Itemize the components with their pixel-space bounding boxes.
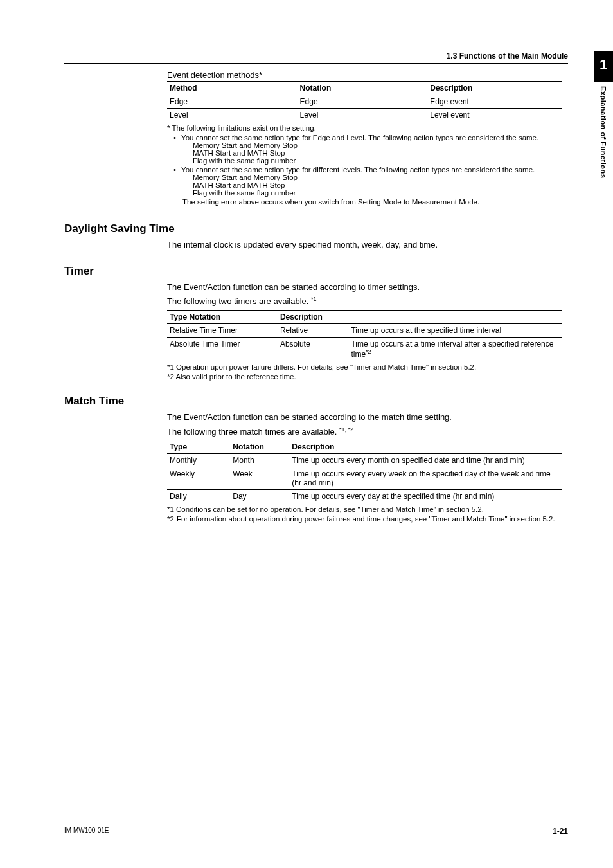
dst-heading: Daylight Saving Time — [64, 222, 568, 235]
running-head: 1.3 Functions of the Main Module — [64, 51, 568, 64]
cell: Absolute — [278, 337, 349, 361]
cell: Time up occurs at a time interval after … — [348, 337, 562, 361]
table-row: Edge Edge Edge event — [167, 95, 562, 109]
table-row: Monthly Month Time up occurs every month… — [167, 454, 562, 467]
chapter-number: 1 — [594, 51, 613, 82]
table-row: Level Level Level event — [167, 109, 562, 122]
timer-body2: The following two timers are available. … — [167, 295, 562, 307]
cell: Level event — [427, 109, 562, 122]
page-footer: IM MW100-01E 1-21 — [64, 824, 568, 836]
timer-table: Type Notation Description Relative Time … — [167, 310, 562, 361]
cell: Time up occurs at the specified time int… — [348, 323, 562, 337]
cell: Day — [230, 490, 289, 503]
timer-fn1: *1 Operation upon power failure differs.… — [167, 363, 562, 371]
match-fn1: *1 Conditions can be set for no operatio… — [167, 505, 562, 513]
page-number: 1-21 — [553, 827, 568, 836]
event-methods-footnote: * The following limitations exist on the… — [167, 124, 562, 132]
sub-item: Memory Start and Memory Stop — [193, 174, 562, 181]
bullet-text: You cannot set the same action type for … — [181, 134, 562, 141]
col-empty — [348, 310, 562, 323]
bullet-text: You cannot set the same action type for … — [181, 166, 562, 174]
cell: Relative Time Timer — [167, 323, 278, 337]
sub-item: MATH Start and MATH Stop — [193, 149, 562, 157]
bullet-icon: • — [173, 134, 176, 141]
col-notation: Notation — [230, 440, 289, 454]
cell: Edge — [167, 95, 298, 109]
sub-item: Memory Start and Memory Stop — [193, 141, 562, 149]
cell: Absolute Time Timer — [167, 337, 278, 361]
cell: Edge event — [427, 95, 562, 109]
sub-item: Flag with the same flag number — [193, 189, 562, 197]
table-row: Daily Day Time up occurs every day at th… — [167, 490, 562, 503]
match-body2: The following three match times are avai… — [167, 426, 562, 438]
event-methods-title: Event detection methods* — [167, 70, 562, 80]
col-desc-sub: Description — [278, 310, 349, 323]
cell: Level — [298, 109, 428, 122]
match-body1: The Event/Action function can be started… — [167, 411, 562, 423]
table-row: Relative Time Timer Relative Time up occ… — [167, 323, 562, 337]
cell: Daily — [167, 490, 230, 503]
cell: Time up occurs every day at the specifie… — [289, 490, 562, 503]
cell: Week — [230, 467, 289, 490]
table-row: Absolute Time Timer Absolute Time up occ… — [167, 337, 562, 361]
cell: Time up occurs every every week on the s… — [289, 467, 562, 490]
col-type: Type — [167, 440, 230, 454]
cell: Time up occurs every month on specified … — [289, 454, 562, 467]
match-table: Type Notation Description Monthly Month … — [167, 440, 562, 503]
sub-item: MATH Start and MATH Stop — [193, 181, 562, 189]
event-methods-table: Method Notation Description Edge Edge Ed… — [167, 81, 562, 122]
col-type-notation: Type Notation — [167, 310, 278, 323]
closing-note: The setting error above occurs when you … — [182, 198, 562, 206]
col-method: Method — [167, 82, 298, 95]
cell: Edge — [298, 95, 428, 109]
cell: Level — [167, 109, 298, 122]
side-tab: 1 Explanation of Functions — [594, 51, 613, 178]
match-fn2: *2 For information about operation durin… — [167, 515, 562, 523]
cell: Month — [230, 454, 289, 467]
chapter-label: Explanation of Functions — [600, 82, 607, 178]
table-row: Weekly Week Time up occurs every every w… — [167, 467, 562, 490]
dst-body: The internal clock is updated every spec… — [167, 239, 562, 251]
timer-fn2: *2 Also valid prior to the reference tim… — [167, 373, 562, 381]
doc-id: IM MW100-01E — [64, 827, 109, 836]
bullet-icon: • — [173, 166, 176, 174]
timer-body1: The Event/Action function can be started… — [167, 282, 562, 293]
col-description: Description — [427, 82, 562, 95]
col-description: Description — [289, 440, 562, 454]
col-notation: Notation — [298, 82, 428, 95]
cell: Relative — [278, 323, 349, 337]
timer-heading: Timer — [64, 265, 568, 278]
match-heading: Match Time — [64, 395, 568, 408]
cell: Weekly — [167, 467, 230, 490]
cell: Monthly — [167, 454, 230, 467]
sub-item: Flag with the same flag number — [193, 157, 562, 165]
